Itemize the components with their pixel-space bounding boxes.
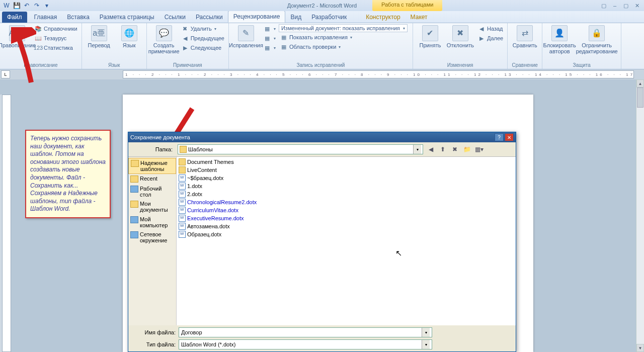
tab-table-layout[interactable]: Макет [406, 12, 433, 23]
tab-file[interactable]: Файл [2, 12, 27, 23]
group-compare: ⇄Сравнить Сравнение [508, 23, 542, 69]
tab-mailings[interactable]: Рассылки [191, 12, 228, 23]
new-comment-button[interactable]: 💬Создать примечание [150, 24, 178, 54]
filetype-dropdown[interactable]: Шаблон Word (*.dotx)▾ [179, 339, 432, 349]
accept-button[interactable]: ✔Принять [416, 24, 444, 48]
scroll-up-icon[interactable]: ▲ [636, 79, 644, 87]
redo-icon[interactable]: ↷ [32, 1, 41, 10]
document-icon [179, 231, 186, 238]
document-icon [179, 215, 186, 222]
folder-icon [131, 160, 139, 167]
folder-icon [130, 216, 138, 223]
vertical-ruler[interactable] [2, 95, 11, 352]
tab-insert[interactable]: Вставка [62, 12, 95, 23]
sidebar-item[interactable]: Сетевое окружение [128, 230, 176, 245]
sidebar-item[interactable]: Recent [128, 174, 176, 184]
vertical-scrollbar[interactable]: ▲ ▼ [636, 79, 644, 352]
new-folder-icon[interactable]: 📁 [462, 145, 471, 154]
sidebar-item[interactable]: Мои документы [128, 199, 176, 214]
previous-change-button[interactable]: ◀Назад [476, 24, 504, 33]
balloons-button[interactable]: ▦▾ [262, 24, 277, 33]
dialog-close-icon[interactable]: ✕ [505, 133, 514, 141]
filename-input[interactable]: Договор▾ [179, 327, 432, 337]
file-row[interactable]: ExecutiveResume.dotx [178, 214, 515, 222]
folder-label: Папка: [131, 146, 175, 152]
tab-pagelayout[interactable]: Разметка страницы [95, 12, 159, 23]
tab-view[interactable]: Вид [285, 12, 306, 23]
folder-icon [179, 166, 186, 173]
save-as-dialog: Сохранение документа ? ✕ Папка: Шаблоны … [128, 132, 516, 352]
up-icon[interactable]: ⬆ [438, 145, 447, 154]
compare-button[interactable]: ⇄Сравнить [511, 24, 539, 48]
sidebar-item[interactable]: Рабочий стол [128, 184, 176, 199]
folder-path-dropdown[interactable]: Шаблоны ▾ [178, 144, 423, 154]
spelling-button[interactable]: ABCПравописание [3, 24, 31, 48]
chevron-down-icon[interactable]: ▾ [422, 328, 430, 337]
sidebar-item[interactable]: Надежные шаблоны [128, 158, 176, 174]
file-row[interactable]: ~$бразец.dotx [178, 174, 515, 182]
show-markup-button[interactable]: ▦Показать исправления▾ [279, 33, 410, 42]
file-row[interactable]: Образец.dotx [178, 230, 515, 238]
scroll-down-icon[interactable]: ▼ [636, 344, 644, 352]
scroll-thumb[interactable] [637, 87, 643, 108]
minimize-icon[interactable]: – [611, 2, 619, 9]
file-row[interactable]: CurriculumVitae.dotx [178, 206, 515, 214]
delete-comment-button[interactable]: ✖Удалить▾ [180, 24, 225, 33]
delete-folder-icon[interactable]: ✖ [450, 145, 459, 154]
next-comment-button[interactable]: ▶Следующее [180, 43, 225, 52]
track-changes-button[interactable]: ✎Исправления [232, 24, 260, 48]
tab-references[interactable]: Ссылки [159, 12, 191, 23]
language-button[interactable]: 🌐Язык [115, 24, 143, 48]
maximize-icon[interactable]: ▢ [622, 2, 630, 9]
thesaurus-button[interactable]: 📖Тезаурус [33, 34, 78, 43]
qat-more-icon[interactable]: ▾ [42, 1, 51, 10]
file-row[interactable]: Автозамена.dotx [178, 222, 515, 230]
markup-button[interactable]: ▦▾ [262, 34, 277, 43]
display-for-review-dropdown[interactable]: Измененный документ: показать исправлени… [279, 24, 408, 32]
group-proofing: ABCПравописание 📚Справочники 📖Тезаурус 1… [0, 23, 82, 69]
save-icon[interactable]: 💾 [12, 1, 21, 10]
file-row[interactable]: LiveContent [178, 166, 515, 174]
views-icon[interactable]: ▦▾ [474, 145, 484, 154]
chevron-down-icon[interactable]: ▾ [413, 145, 421, 154]
window-title: Документ2 - Microsoft Word [287, 3, 357, 9]
reject-button[interactable]: ✖Отклонить [446, 24, 474, 48]
back-icon[interactable]: ◀ [426, 145, 435, 154]
document-icon [179, 191, 186, 198]
wordcount-button[interactable]: 123Статистика [33, 43, 78, 52]
tab-table-design[interactable]: Конструктор [361, 12, 405, 23]
dialog-bottom: Имя файла: Договор▾ Тип файла: Шаблон Wo… [128, 325, 516, 351]
tab-selector[interactable]: L [1, 70, 10, 78]
tab-review[interactable]: Рецензирование [228, 11, 286, 23]
dialog-titlebar[interactable]: Сохранение документа ? ✕ [128, 132, 516, 142]
file-row[interactable]: 1.dotx [178, 182, 515, 190]
file-list[interactable]: Document ThemesLiveContent~$бразец.dotx1… [177, 157, 516, 325]
sidebar-item[interactable]: Мой компьютер [128, 215, 176, 230]
ribbon: ABCПравописание 📚Справочники 📖Тезаурус 1… [0, 23, 644, 69]
file-row[interactable]: 2.dotx [178, 190, 515, 198]
restrict-editing-button[interactable]: 🔒Ограничить редактирование [576, 24, 618, 54]
dialog-toolbar: Папка: Шаблоны ▾ ◀ ⬆ ✖ 📁 ▦▾ [128, 142, 516, 156]
annotation-callout: Теперь нужно сохранить наш документ, как… [25, 130, 111, 218]
chevron-down-icon[interactable]: ▾ [422, 340, 430, 349]
reviewers-button[interactable]: ▦▾ [262, 43, 277, 52]
tab-home[interactable]: Главная [29, 12, 62, 23]
research-button[interactable]: 📚Справочники [33, 24, 78, 33]
horizontal-ruler[interactable]: 1 · · · 2 · · · 1 · · · 2 · · · 3 · · · … [123, 70, 634, 78]
block-authors-button[interactable]: 👤Блокировать авторов [545, 24, 574, 54]
help-icon[interactable]: ? [495, 133, 504, 141]
dialog-title: Сохранение документа [130, 134, 494, 140]
document-icon [179, 183, 186, 190]
file-row[interactable]: ChronologicalResume2.dotx [178, 198, 515, 206]
reviewing-pane-button[interactable]: ▦Область проверки▾ [279, 42, 410, 51]
file-row[interactable]: Document Themes [178, 158, 515, 166]
next-change-button[interactable]: ▶Далее [476, 34, 504, 43]
prev-comment-button[interactable]: ◀Предыдущее [180, 34, 225, 43]
minimize-ribbon-icon[interactable]: ▢ [600, 2, 608, 9]
undo-icon[interactable]: ↶ [22, 1, 31, 10]
window-controls: ▢ – ▢ ✕ [600, 2, 641, 9]
close-icon[interactable]: ✕ [633, 2, 641, 9]
translate-button[interactable]: a亜Перевод [85, 24, 113, 48]
group-tracking: ✎Исправления ▦▾ ▦▾ ▦▾ Измененный докумен… [229, 23, 413, 69]
tab-developer[interactable]: Разработчик [306, 12, 352, 23]
